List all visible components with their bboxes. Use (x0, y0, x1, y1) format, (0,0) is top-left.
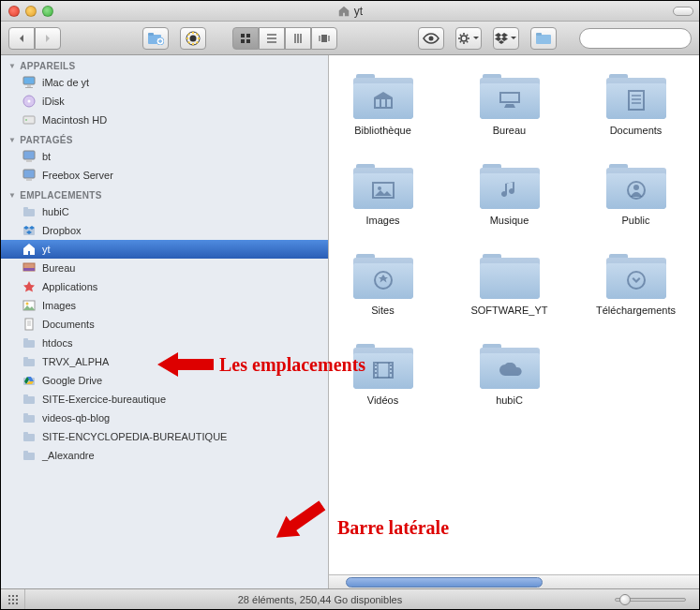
home-icon (337, 5, 350, 18)
svg-rect-43 (23, 415, 35, 423)
folder-icon (480, 344, 540, 391)
sidebar-item[interactable]: yt (1, 240, 328, 259)
folder-item[interactable]: Documents (591, 74, 680, 136)
search-input[interactable] (589, 33, 700, 44)
svg-rect-24 (23, 151, 35, 159)
sidebar-section-header[interactable]: ▼EMPLACEMENTS (1, 185, 328, 202)
coverflow-view-button[interactable] (311, 27, 337, 50)
folder-label: SOFTWARE_YT (470, 305, 547, 316)
sidebar-item[interactable]: Freebox Server (1, 166, 328, 185)
horizontal-scrollbar[interactable] (329, 574, 699, 588)
folder-icon (22, 335, 37, 350)
folder-item[interactable]: Bureau (465, 74, 554, 136)
burn-button[interactable] (180, 27, 206, 50)
close-button[interactable] (8, 6, 20, 17)
sidebar-item-label: htdocs (42, 337, 72, 349)
scrollbar-thumb[interactable] (346, 577, 543, 588)
toolbar-toggle-button[interactable] (673, 7, 693, 16)
statusbar: 28 éléments, 250,44 Go disponibles (1, 588, 699, 609)
svg-rect-69 (16, 599, 18, 601)
folder-item[interactable]: Public (591, 164, 680, 226)
view-group (232, 27, 337, 50)
svg-point-34 (26, 303, 29, 305)
sidebar-item-label: Images (42, 300, 76, 311)
svg-rect-49 (500, 93, 519, 102)
icon-view-button[interactable] (232, 27, 259, 50)
sidebar-item[interactable]: Bureau (1, 259, 328, 277)
svg-rect-50 (629, 91, 644, 110)
svg-rect-47 (23, 453, 35, 460)
icon-size-slider[interactable] (615, 598, 699, 602)
forward-button[interactable] (35, 27, 61, 50)
folder-label: Public (622, 215, 650, 226)
column-view-button[interactable] (285, 27, 311, 50)
folder-item[interactable]: Images (338, 164, 427, 226)
quicklook-button[interactable] (418, 27, 444, 50)
sidebar-item-label: Google Drive (42, 375, 102, 386)
sidebar-item[interactable]: Applications (1, 277, 328, 296)
sidebar-item[interactable]: videos-qb-blog (1, 409, 328, 427)
svg-rect-72 (16, 603, 18, 604)
folder-label: Bureau (493, 125, 526, 136)
svg-rect-6 (246, 34, 250, 37)
imac-icon (22, 75, 37, 90)
svg-rect-25 (26, 160, 32, 162)
sidebar-item[interactable]: Google Drive (1, 371, 328, 390)
folder-icon (353, 254, 413, 301)
back-button[interactable] (8, 27, 35, 50)
list-view-button[interactable] (259, 27, 285, 50)
idisk-icon (22, 94, 37, 109)
sidebar-section-header[interactable]: ▼PARTAGÉS (1, 129, 328, 147)
minimize-button[interactable] (25, 6, 37, 17)
svg-rect-7 (241, 39, 245, 43)
zoom-button[interactable] (42, 6, 53, 17)
svg-rect-70 (8, 603, 10, 604)
svg-rect-28 (23, 209, 35, 216)
svg-rect-65 (12, 595, 14, 597)
folder-item[interactable]: Vidéos (338, 344, 427, 406)
sidebar-item[interactable]: bt (1, 147, 328, 166)
folder-item[interactable]: Sites (338, 254, 427, 316)
nav-group (8, 27, 61, 50)
sidebar-item[interactable]: Documents (1, 315, 328, 334)
sidebar-item-label: iMac de yt (42, 77, 89, 88)
sidebar-item[interactable]: Images (1, 296, 328, 315)
svg-rect-41 (23, 396, 35, 404)
new-folder-button[interactable] (142, 27, 169, 50)
sidebar-item[interactable]: iDisk (1, 92, 328, 111)
sidebar-item[interactable]: hubiC (1, 202, 328, 221)
sidebar-item[interactable]: htdocs (1, 334, 328, 352)
svg-rect-39 (23, 357, 28, 360)
folder-item[interactable]: Téléchargements (591, 254, 680, 316)
folder-item[interactable]: hubiC (465, 344, 554, 406)
sidebar-section-label: PARTAGÉS (20, 135, 72, 145)
folder-shortcut-button[interactable] (530, 27, 557, 50)
action-button[interactable] (455, 27, 482, 50)
slider-knob[interactable] (619, 594, 631, 605)
folder-icon (353, 74, 413, 121)
search-field[interactable] (579, 28, 692, 49)
svg-rect-64 (8, 595, 10, 597)
svg-rect-42 (23, 394, 28, 397)
sidebar-item[interactable]: TRVX_ALPHA (1, 352, 328, 371)
folder-item[interactable]: Bibliothèque (338, 74, 427, 136)
sidebar-item-label: TRVX_ALPHA (42, 356, 109, 367)
folder-item[interactable]: Musique (465, 164, 554, 226)
status-text: 28 éléments, 250,44 Go disponibles (25, 594, 615, 605)
sidebar-item[interactable]: SITE-Exercice-bureautique (1, 390, 328, 409)
sidebar-item[interactable]: _Alexandre (1, 446, 328, 465)
sidebar-item[interactable]: SITE-ENCYCLOPEDIA-BUREAUTIQUE (1, 427, 328, 446)
svg-rect-59 (375, 368, 377, 370)
sidebar-item[interactable]: iMac de yt (1, 73, 328, 92)
sidebar-item-label: SITE-Exercice-bureautique (42, 394, 166, 405)
sidebar-section-header[interactable]: ▼APPAREILS (1, 55, 328, 73)
apps-icon (22, 279, 37, 294)
sidebar-item[interactable]: Macintosh HD (1, 111, 328, 129)
sidebar-item[interactable]: Dropbox (1, 221, 328, 240)
svg-rect-58 (375, 365, 377, 366)
grid-toggle-button[interactable] (1, 589, 25, 610)
svg-rect-63 (390, 372, 392, 374)
folder-item[interactable]: SOFTWARE_YT (465, 254, 554, 316)
dropbox-button[interactable] (493, 27, 519, 50)
folder-label: Bibliothèque (354, 125, 411, 136)
